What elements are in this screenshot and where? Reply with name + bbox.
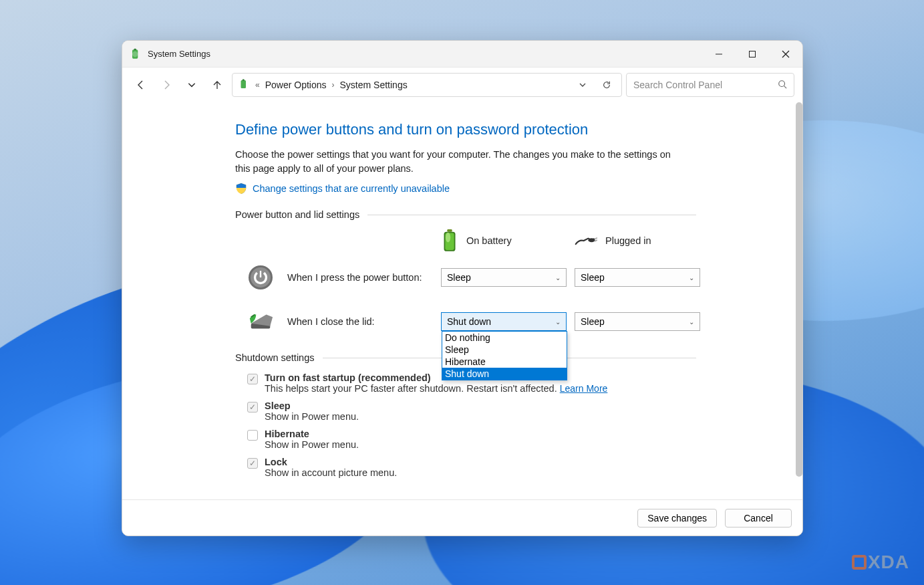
svg-point-9 — [779, 80, 785, 86]
dropdown-option-sleep[interactable]: Sleep — [442, 344, 567, 356]
titlebar: System Settings — [122, 41, 802, 68]
history-dropdown-button[interactable] — [181, 74, 202, 96]
svg-line-16 — [595, 238, 597, 239]
chevron-down-icon: ⌄ — [555, 274, 561, 281]
shield-icon — [235, 183, 247, 195]
breadcrumb-level1[interactable]: Power Options — [265, 80, 327, 90]
shutdown-settings-list: Turn on fast startup (recommended) This … — [247, 372, 696, 478]
fast-startup-label: Turn on fast startup (recommended) — [265, 372, 431, 383]
group-legend-label: Power button and lid settings — [235, 209, 359, 220]
minimize-button[interactable] — [702, 41, 736, 68]
hibernate-sub: Show in Power menu. — [265, 439, 359, 450]
svg-point-14 — [446, 233, 450, 243]
row-lid-label: When I close the lid: — [287, 316, 441, 327]
group-legend-label: Shutdown settings — [235, 352, 315, 363]
admin-change-link[interactable]: Change settings that are currently unava… — [253, 183, 450, 194]
checkbox-sleep[interactable] — [247, 402, 258, 413]
checkbox-fast-startup[interactable] — [247, 374, 258, 384]
scrollbar[interactable] — [796, 102, 802, 477]
combo-value: Sleep — [447, 272, 471, 283]
lid-icon — [247, 308, 274, 335]
checkbox-hibernate[interactable] — [247, 430, 258, 441]
cancel-button[interactable]: Cancel — [725, 509, 792, 528]
dropdown-option-do-nothing[interactable]: Do nothing — [442, 332, 567, 344]
address-dropdown-button[interactable] — [573, 81, 592, 89]
breadcrumb-level2[interactable]: System Settings — [340, 80, 408, 90]
fast-startup-sub: This helps start your PC faster after sh… — [265, 383, 560, 394]
page-title: Define power buttons and turn on passwor… — [235, 121, 696, 138]
dropdown-option-shut-down[interactable]: Shut down — [442, 368, 567, 380]
group-power-button-lid: Power button and lid settings — [235, 209, 696, 220]
combo-value: Sleep — [581, 272, 605, 283]
forward-button[interactable] — [156, 74, 177, 96]
nav-row: « Power Options › System Settings — [122, 68, 802, 102]
chevron-down-icon: ⌄ — [555, 318, 561, 326]
up-button[interactable] — [206, 74, 228, 96]
search-input[interactable] — [633, 80, 772, 90]
chevron-down-icon: ⌄ — [689, 274, 694, 281]
lock-sub: Show in account picture menu. — [265, 467, 397, 478]
shutdown-item-lock: Lock Show in account picture menu. — [247, 457, 696, 478]
close-button[interactable] — [769, 41, 802, 68]
plug-icon — [575, 234, 597, 247]
combo-power-plugged[interactable]: Sleep ⌄ — [575, 268, 700, 287]
svg-rect-11 — [447, 229, 452, 232]
app-icon — [129, 47, 142, 61]
combo-lid-plugged[interactable]: Sleep ⌄ — [575, 312, 700, 331]
settings-grid: When I press the power button: Sleep ⌄ S… — [247, 264, 696, 335]
page-description: Choose the power settings that you want … — [235, 148, 676, 176]
col-on-battery: On battery — [441, 229, 575, 252]
svg-rect-4 — [750, 51, 756, 57]
save-changes-button[interactable]: Save changes — [637, 509, 717, 528]
checkbox-lock[interactable] — [247, 458, 258, 469]
sleep-label: Sleep — [265, 400, 291, 411]
breadcrumb-root[interactable]: « — [255, 80, 260, 90]
window-title: System Settings — [148, 49, 210, 59]
row-power-label: When I press the power button: — [287, 272, 441, 283]
watermark-icon — [852, 555, 867, 570]
svg-rect-8 — [243, 79, 245, 80]
col-plugged-in: Plugged in — [575, 234, 708, 247]
power-button-icon — [247, 264, 274, 291]
address-bar[interactable]: « Power Options › System Settings — [232, 73, 622, 97]
chevron-down-icon: ⌄ — [689, 318, 694, 326]
hibernate-label: Hibernate — [265, 429, 309, 439]
svg-point-2 — [132, 51, 138, 56]
combo-power-battery[interactable]: Sleep ⌄ — [441, 268, 567, 287]
col-battery-label: On battery — [466, 235, 512, 246]
combo-lid-battery[interactable]: Shut down ⌄ Do nothing Sleep Hibernate S… — [441, 312, 567, 331]
admin-link-row: Change settings that are currently unava… — [235, 183, 696, 195]
svg-rect-1 — [134, 48, 136, 50]
maximize-button[interactable] — [736, 41, 769, 68]
search-box[interactable] — [626, 73, 794, 97]
footer: Save changes Cancel — [122, 499, 802, 536]
svg-point-15 — [588, 238, 595, 242]
learn-more-link[interactable]: Learn More — [560, 383, 608, 394]
dropdown-option-hibernate[interactable]: Hibernate — [442, 356, 567, 368]
combo-value: Shut down — [447, 316, 491, 327]
combo-lid-battery-dropdown: Do nothing Sleep Hibernate Shut down — [442, 331, 567, 380]
battery-icon — [441, 229, 458, 252]
watermark-text: XDA — [868, 552, 909, 573]
shutdown-item-hibernate: Hibernate Show in Power menu. — [247, 429, 696, 450]
svg-rect-7 — [241, 80, 247, 88]
combo-value: Sleep — [581, 316, 605, 327]
back-button[interactable] — [130, 74, 152, 96]
lock-label: Lock — [265, 457, 287, 467]
window: System Settings — [122, 40, 803, 536]
watermark: XDA — [852, 552, 909, 573]
shutdown-item-sleep: Sleep Show in Power menu. — [247, 400, 696, 422]
app-icon — [238, 78, 250, 92]
search-icon[interactable] — [778, 80, 787, 91]
sleep-sub: Show in Power menu. — [265, 411, 359, 422]
content-area: Define power buttons and turn on passwor… — [122, 102, 802, 499]
refresh-button[interactable] — [597, 80, 616, 90]
column-headers: On battery Plugged in — [247, 229, 696, 252]
col-plugged-label: Plugged in — [605, 235, 651, 246]
svg-line-10 — [784, 86, 787, 88]
chevron-right-icon: › — [332, 80, 335, 90]
